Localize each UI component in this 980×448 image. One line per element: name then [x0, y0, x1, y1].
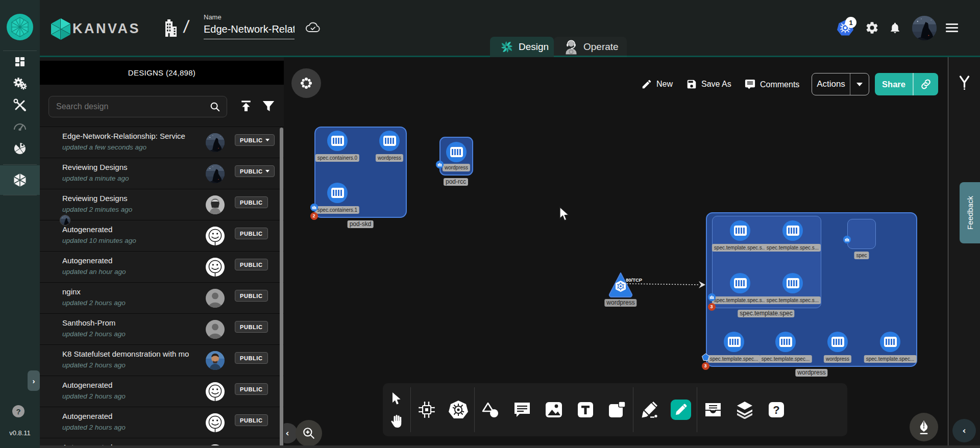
node-container[interactable] [730, 273, 750, 293]
feedback-tab[interactable]: Feedback [960, 182, 980, 243]
node-container-wordpress[interactable] [379, 131, 400, 151]
zoom-in-button[interactable] [296, 420, 322, 446]
meshery-logo-icon[interactable] [6, 13, 34, 41]
user-avatar[interactable] [912, 16, 937, 40]
shapes-tool-icon[interactable] [475, 383, 506, 436]
image-tool-icon[interactable] [538, 383, 570, 436]
node-container[interactable] [782, 220, 803, 241]
visibility-badge[interactable]: PUBLIC [235, 383, 268, 395]
node-container[interactable] [730, 220, 750, 241]
tab-design[interactable]: Design [490, 37, 554, 57]
comment-tool-icon[interactable] [506, 383, 538, 436]
design-list-item[interactable]: Reviewing Designsupdated a minute agoPUB… [40, 158, 284, 189]
design-list-item[interactable]: Edge-Network-Relationship: Serviceupdate… [40, 127, 284, 158]
error-count-badge[interactable]: 2 [310, 212, 318, 220]
error-count-badge[interactable]: 3 [702, 362, 709, 370]
pencil-tool-active-icon[interactable] [665, 383, 697, 436]
design-list-item[interactable]: K8 Statefulset demonstration with moupda… [40, 344, 284, 376]
error-count-badge[interactable]: 3 [708, 303, 716, 311]
components-chip-icon[interactable] [411, 383, 443, 436]
organization-building-icon[interactable] [161, 19, 179, 37]
notifications-bell-icon[interactable] [889, 21, 901, 34]
pod-badge-icon[interactable] [708, 293, 716, 301]
visibility-badge[interactable]: PUBLIC [235, 321, 268, 333]
pod-badge-icon[interactable] [843, 236, 851, 243]
pan-tool-hand-icon[interactable] [390, 410, 403, 431]
pod-badge-icon[interactable] [310, 204, 318, 211]
design-name-value[interactable]: Edge-Network-Relatio [204, 23, 295, 39]
node-container[interactable] [782, 273, 803, 293]
bottom-scroll-strip[interactable] [40, 445, 980, 448]
expand-panel-chevron-button[interactable]: › [28, 370, 40, 391]
node-group-spec[interactable] [847, 219, 876, 249]
help-tool-icon[interactable]: ? [761, 383, 792, 436]
visibility-badge[interactable]: PUBLIC [235, 352, 268, 364]
design-owner-avatar[interactable] [206, 351, 225, 370]
visibility-badge[interactable]: PUBLIC [235, 228, 268, 239]
node-container-spec-containers-1[interactable] [327, 183, 348, 203]
pod-badge-icon[interactable] [436, 161, 444, 168]
search-design-box[interactable] [48, 96, 227, 117]
share-link-icon[interactable] [914, 78, 938, 90]
design-list-item[interactable]: nginxupdated 2 hours agoPUBLIC [40, 282, 284, 313]
actions-dropdown-button[interactable]: Actions [812, 73, 869, 95]
node-container-spec-containers-0[interactable] [327, 131, 348, 151]
kubernetes-wheel-icon[interactable] [443, 383, 474, 436]
settings-gear-icon[interactable] [865, 21, 879, 35]
design-list-item[interactable]: Autogeneratedupdated 10 minutes agoPUBLI… [40, 220, 284, 251]
design-owner-avatar[interactable] [206, 320, 225, 339]
design-owner-avatar[interactable] [206, 382, 225, 401]
filter-funnel-icon[interactable] [261, 98, 277, 115]
design-owner-avatar[interactable] [206, 195, 225, 214]
sidebar-item-performance[interactable] [13, 121, 27, 131]
node-container-wordpress-rcc[interactable] [446, 142, 467, 162]
node-container[interactable] [880, 332, 900, 352]
design-list-item[interactable]: Autogeneratedupdated an hour agoPUBLIC [40, 251, 284, 282]
visibility-badge[interactable]: PUBLIC [235, 196, 268, 208]
help-icon[interactable]: ? [12, 405, 24, 417]
new-button[interactable]: New [641, 79, 673, 90]
design-list-item[interactable]: Autogeneratedupdated 2 hours agoPUBLIC [40, 407, 284, 438]
design-list-item[interactable]: Reviewing Designsupdated 2 minutes agoPU… [40, 189, 284, 220]
design-list-item[interactable]: Autogeneratedupdated 2 hours agoPUBLIC [40, 376, 284, 407]
caret-down-icon[interactable] [850, 83, 869, 86]
search-design-input[interactable] [49, 102, 209, 111]
design-owner-avatar[interactable] [206, 289, 225, 308]
sidebar-item-settings[interactable] [13, 78, 27, 90]
layer5-y-icon[interactable] [958, 74, 971, 91]
design-canvas[interactable]: New Save As Comments Actions Share [284, 57, 948, 448]
node-container[interactable] [724, 332, 744, 352]
search-icon[interactable] [209, 101, 220, 112]
sidebar-item-catalog[interactable] [13, 142, 27, 155]
comments-button[interactable]: Comments [744, 79, 799, 90]
panel-scrollbar[interactable] [280, 128, 283, 448]
note-tool-icon[interactable] [601, 383, 633, 436]
design-name-field[interactable]: Name Edge-Network-Relatio [204, 13, 295, 39]
design-owner-avatar[interactable] [206, 258, 225, 277]
tab-operate[interactable]: Operate [554, 37, 627, 57]
design-list-item[interactable]: Santhosh-Promupdated 2 hours agoPUBLIC [40, 313, 284, 344]
pen-mode-button[interactable] [910, 413, 938, 441]
select-tool-cursor-icon[interactable] [390, 389, 403, 409]
visibility-badge[interactable]: PUBLIC [235, 134, 275, 146]
share-button[interactable]: Share [875, 73, 938, 95]
menu-hamburger-icon[interactable] [946, 23, 958, 34]
node-group-spec-template-spec[interactable] [712, 216, 821, 308]
layers-tool-icon[interactable] [729, 383, 761, 436]
design-owner-avatar[interactable] [206, 164, 225, 183]
visibility-badge[interactable]: PUBLIC [235, 414, 268, 426]
marker-tool-icon[interactable] [633, 383, 665, 436]
text-tool-icon[interactable] [570, 383, 601, 436]
deployment-badge-icon[interactable] [702, 354, 709, 361]
sidebar-item-dashboard[interactable] [14, 56, 26, 68]
sidebar-item-kanvas[interactable] [0, 165, 40, 195]
visibility-badge[interactable]: PUBLIC [235, 290, 268, 302]
save-as-button[interactable]: Save As [686, 79, 731, 90]
node-container[interactable] [775, 332, 796, 352]
drawer-tool-icon[interactable] [697, 383, 729, 436]
visibility-badge[interactable]: PUBLIC [235, 165, 275, 177]
kubernetes-context-icon[interactable]: 1 [837, 20, 854, 37]
visibility-badge[interactable]: PUBLIC [235, 259, 268, 270]
dock-toggle-button[interactable] [291, 68, 321, 98]
sidebar-item-toolbox[interactable] [13, 98, 27, 112]
